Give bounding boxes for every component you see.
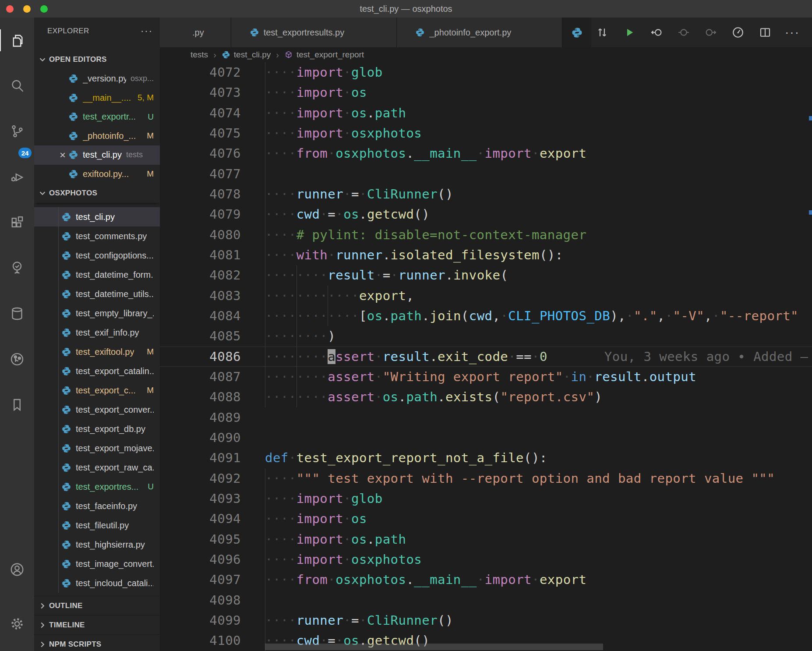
extensions-icon[interactable]: [0, 215, 34, 230]
database-icon[interactable]: [0, 306, 34, 321]
breadcrumb-item[interactable]: test_cli.py: [222, 50, 271, 60]
close-icon[interactable]: ×: [57, 149, 68, 161]
line-number[interactable]: 4098: [160, 593, 241, 608]
tree-file-item[interactable]: test_export_db.py: [34, 419, 160, 439]
tree-file-item[interactable]: test_exportres...U: [34, 477, 160, 496]
open-editor-item[interactable]: ×test_cli.pytests: [34, 145, 160, 165]
tree-file-item[interactable]: test_exif_info.py: [34, 323, 160, 342]
run-python-file-icon[interactable]: [622, 25, 637, 40]
open-editor-item[interactable]: __main__....5, M: [34, 88, 160, 108]
sidebar-more-actions-icon[interactable]: ···: [141, 25, 153, 37]
python-file-icon: [68, 131, 78, 141]
line-number[interactable]: 4076: [160, 146, 241, 161]
breadcrumb-item[interactable]: tests: [191, 50, 208, 60]
settings-gear-icon[interactable]: [0, 616, 34, 631]
line-number[interactable]: 4093: [160, 491, 241, 506]
more-actions-icon[interactable]: ···: [785, 25, 800, 40]
open-changes-icon[interactable]: [595, 25, 610, 40]
line-number[interactable]: 4097: [160, 572, 241, 587]
previous-change-icon[interactable]: [649, 25, 664, 40]
line-number[interactable]: 4096: [160, 552, 241, 567]
tab-partial[interactable]: .py: [160, 18, 231, 47]
tab-photoinfo-export[interactable]: _photoinfo_export.py: [397, 18, 562, 47]
current-change-icon[interactable]: [676, 25, 691, 40]
line-number[interactable]: 4095: [160, 532, 241, 547]
line-number[interactable]: 4085: [160, 329, 241, 343]
tree-file-item[interactable]: test_export_catalin...: [34, 361, 160, 381]
tree-file-item[interactable]: test_faceinfo.py: [34, 496, 160, 516]
line-number[interactable]: 4094: [160, 511, 241, 526]
line-number[interactable]: 4081: [160, 248, 241, 262]
split-editor-icon[interactable]: [758, 25, 773, 40]
python-interpreter-icon[interactable]: [562, 18, 591, 47]
git-blame-annotation: You, 3 weeks ago • Added –: [604, 349, 808, 364]
line-number[interactable]: 4074: [160, 106, 241, 120]
line-number[interactable]: 4082: [160, 268, 241, 283]
open-editor-item[interactable]: _photoinfo_...M: [34, 127, 160, 146]
line-number[interactable]: 4088: [160, 389, 241, 404]
file-name: test_export_db.py: [76, 424, 145, 434]
line-number[interactable]: 4083: [160, 288, 241, 303]
tree-file-item[interactable]: test_export_raw_ca...: [34, 458, 160, 477]
tab-test-exportresults[interactable]: test_exportresults.py: [231, 18, 397, 47]
tree-file-item[interactable]: test_exiftool.pyM: [34, 342, 160, 361]
line-number[interactable]: 4084: [160, 308, 241, 323]
sidebar-section-timeline[interactable]: TIMELINE: [34, 615, 160, 634]
line-number[interactable]: 4072: [160, 65, 241, 80]
line-number[interactable]: 4100: [160, 633, 241, 648]
code-line: 4097····from·osxphotos.__main__·import·e…: [160, 570, 812, 590]
open-editor-item[interactable]: _version.pyosxp...: [34, 69, 160, 88]
source-control-icon[interactable]: [0, 124, 34, 139]
tree-file-item[interactable]: test_empty_library_...: [34, 304, 160, 323]
gauge-icon[interactable]: [731, 25, 745, 40]
tree-file-item[interactable]: test_configoptions....: [34, 246, 160, 265]
open-editors-header[interactable]: OPEN EDITORS: [34, 50, 160, 69]
run-debug-icon[interactable]: [0, 170, 34, 184]
line-number[interactable]: 4091: [160, 450, 241, 465]
code-editor[interactable]: 4072····import·glob4073····import·os4074…: [160, 62, 812, 651]
gitlens-icon[interactable]: [0, 352, 34, 367]
line-number[interactable]: 4089: [160, 410, 241, 425]
line-number[interactable]: 4073: [160, 85, 241, 100]
line-number[interactable]: 4079: [160, 207, 241, 222]
open-editor-item[interactable]: test_exportr...U: [34, 107, 160, 127]
open-editor-item[interactable]: exiftool.py...M: [34, 165, 160, 184]
zoom-window-button[interactable]: [40, 5, 48, 13]
close-window-button[interactable]: [6, 5, 14, 13]
line-number[interactable]: 4080: [160, 227, 241, 242]
line-number[interactable]: 4099: [160, 613, 241, 628]
tree-file-item[interactable]: test_incloud_catali...: [34, 573, 160, 593]
tree-file-item[interactable]: test_export_c...M: [34, 381, 160, 400]
sidebar-section-outline[interactable]: OUTLINE: [34, 596, 160, 615]
code-line: 4090: [160, 428, 812, 448]
line-number[interactable]: 4077: [160, 166, 241, 181]
line-number[interactable]: 4087: [160, 369, 241, 384]
search-icon[interactable]: [0, 78, 34, 93]
line-number[interactable]: 4086: [160, 349, 241, 364]
breadcrumb-item[interactable]: test_export_report: [284, 50, 364, 60]
tree-file-item[interactable]: test_image_convert...: [34, 554, 160, 573]
python-file-icon: [415, 28, 425, 37]
tree-file-item[interactable]: test_export_conver...: [34, 400, 160, 419]
tree-file-item[interactable]: test_datetime_form...: [34, 265, 160, 284]
line-number[interactable]: 4075: [160, 126, 241, 141]
line-number[interactable]: 4090: [160, 430, 241, 445]
bookmarks-icon[interactable]: [0, 397, 34, 412]
sidebar-section-npm-scripts[interactable]: NPM SCRIPTS: [34, 634, 160, 651]
tree-check-icon[interactable]: [0, 261, 34, 276]
horizontal-scrollbar[interactable]: [265, 644, 603, 650]
project-section-header[interactable]: OSXPHOTOS: [34, 184, 160, 203]
tree-file-item[interactable]: test_cli.py: [34, 207, 160, 226]
line-number[interactable]: 4078: [160, 187, 241, 202]
tree-file-item[interactable]: test_datetime_utils....: [34, 284, 160, 304]
next-change-icon[interactable]: [703, 25, 718, 40]
tree-file-item[interactable]: test_comments.py: [34, 226, 160, 246]
tree-file-item[interactable]: test_fileutil.py: [34, 516, 160, 535]
code-text: ····import·os: [265, 85, 367, 100]
explorer-icon[interactable]: [0, 33, 34, 48]
tree-file-item[interactable]: test_highsierra.py: [34, 535, 160, 554]
accounts-icon[interactable]: [0, 562, 34, 577]
minimize-window-button[interactable]: [23, 5, 31, 13]
tree-file-item[interactable]: test_export_mojave...: [34, 439, 160, 458]
line-number[interactable]: 4092: [160, 471, 241, 486]
